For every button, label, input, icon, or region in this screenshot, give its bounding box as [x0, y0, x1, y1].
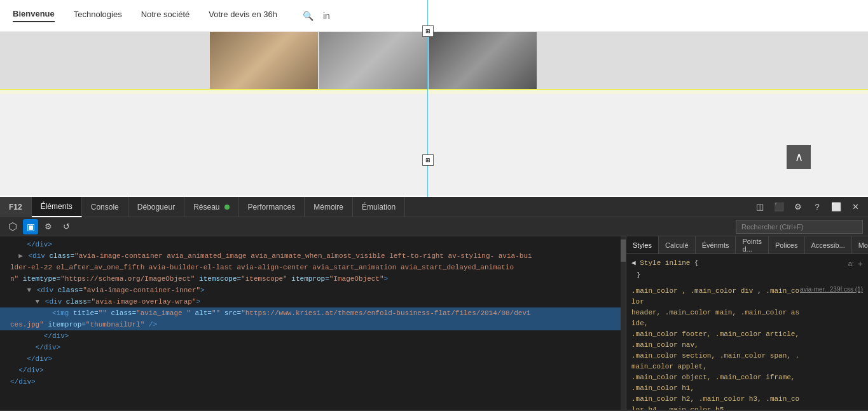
scrollbar-thumb[interactable] — [621, 239, 626, 262]
nav-notre-societe[interactable]: Notre société — [141, 10, 190, 22]
resize-handle-middle[interactable]: ⊞ — [422, 154, 434, 166]
styles-tab-calculated[interactable]: Calculé — [659, 236, 696, 253]
devtools-inspect-icon[interactable]: ⬛ — [771, 199, 787, 215]
styles-tab-points[interactable]: Points d... — [736, 236, 769, 253]
scrollbar-track — [621, 236, 626, 410]
linkedin-icon[interactable]: in — [323, 11, 330, 21]
tab-performances[interactable]: Performances — [239, 197, 305, 217]
add-style-btn[interactable]: + — [858, 259, 863, 269]
resize-handle-top[interactable]: ⊞ — [422, 25, 434, 37]
style-rule-1-source[interactable]: avia-mer...239f.css (1) — [800, 286, 863, 293]
styles-tab-styles[interactable]: Styles — [626, 236, 659, 253]
settings-tool-btn[interactable]: ⚙ — [41, 219, 56, 234]
site-navigation: Bienvenue Technologies Notre société Vot… — [0, 0, 868, 32]
html-panel[interactable]: </div> ▶ <div class="avia-image-containe… — [0, 236, 626, 410]
network-indicator — [224, 205, 230, 210]
image-1 — [210, 32, 318, 89]
html-line: </div> — [0, 342, 626, 353]
yellow-separator — [0, 89, 868, 94]
box-tool-btn[interactable]: ▣ — [23, 219, 38, 234]
styles-tab-fonts[interactable]: Polices — [769, 236, 804, 253]
tab-memory[interactable]: Mémoire — [305, 197, 353, 217]
nav-bienvenue[interactable]: Bienvenue — [13, 9, 55, 22]
image-3 — [429, 32, 537, 89]
devtools-secondary-toolbar: ⬡ ▣ ⚙ ↺ — [0, 217, 868, 236]
styles-tab-modified[interactable]: Modifiés — [852, 236, 868, 253]
inline-style-open: ◀ Style inline { — [631, 258, 699, 269]
tab-f12[interactable]: F12 — [0, 197, 32, 217]
nav-devis[interactable]: Votre devis en 36h — [209, 10, 277, 22]
style-rule-1-selector: .main_color , .main_color div , .main_co… — [631, 286, 800, 410]
tab-network[interactable]: Réseau — [184, 197, 238, 217]
devtools-settings-icon[interactable]: ⚙ — [790, 199, 806, 215]
styles-tabs: Styles Calculé Événmts Points d... Polic… — [626, 236, 868, 254]
devtools-more-icon[interactable]: ⬜ — [829, 199, 844, 215]
inline-style-header: ◀ Style inline { a: + — [631, 258, 863, 269]
styles-panel: Styles Calculé Événmts Points d... Polic… — [626, 236, 868, 410]
devtools-search-input[interactable] — [736, 220, 863, 234]
style-rule-1-section: .main_color , .main_color div , .main_co… — [631, 286, 863, 410]
devtools-main-content: </div> ▶ <div class="avia-image-containe… — [0, 236, 868, 410]
html-line-selected[interactable]: <img title="" class="avia_image " alt=""… — [0, 307, 626, 319]
devtools-toolbar: F12 Éléments Console Débogueur Réseau Pe… — [0, 197, 868, 217]
html-line: ▼ <div class="avia-image-overlay-wrap"> — [0, 296, 626, 307]
nav-technologies[interactable]: Technologies — [74, 10, 122, 22]
html-line: lder-el-22 el_after_av_one_fifth avia-bu… — [0, 262, 626, 273]
html-line: </div> — [0, 239, 626, 250]
styles-tab-events[interactable]: Événmts — [696, 236, 736, 253]
devtools-close-icon[interactable]: ✕ — [848, 199, 863, 215]
devtools-toolbar-right: ◫ ⬛ ⚙ ? ⬜ ✕ — [752, 199, 868, 215]
style-a-colon: a: — [848, 260, 854, 267]
nav-icons: 🔍 in — [303, 11, 330, 21]
tab-console[interactable]: Console — [82, 197, 128, 217]
html-line: n" itemtype="https://schema.org/ImageObj… — [0, 273, 626, 285]
styles-content: ◀ Style inline { a: + } .main_color , .m… — [626, 254, 868, 410]
image-2 — [319, 32, 427, 89]
tab-elements[interactable]: Éléments — [32, 197, 82, 217]
html-line: ▶ <div class="avia-image-container avia_… — [0, 250, 626, 262]
html-line: </div> — [0, 330, 626, 342]
html-line: </div> — [0, 353, 626, 365]
refresh-tool-btn[interactable]: ↺ — [59, 219, 74, 234]
html-line: ▼ <div class="avia-image-container-inner… — [0, 285, 626, 296]
inline-style-close: } — [631, 270, 863, 281]
search-icon[interactable]: 🔍 — [303, 11, 313, 21]
tab-debugger[interactable]: Débogueur — [128, 197, 184, 217]
devtools-dock-icon[interactable]: ◫ — [752, 199, 768, 215]
html-line-selected-2[interactable]: ces.jpg" itemprop="thumbnailUrl" /> — [0, 319, 626, 330]
devtools-help-icon[interactable]: ? — [809, 199, 825, 215]
html-line: </div> — [0, 365, 626, 376]
website-preview: Bienvenue Technologies Notre société Vot… — [0, 0, 868, 197]
html-line: </div> — [0, 376, 626, 387]
cursor-tool-btn[interactable]: ⬡ — [5, 219, 20, 234]
tab-emulation[interactable]: Émulation — [353, 197, 405, 217]
inline-style-section: ◀ Style inline { a: + } — [631, 258, 863, 281]
scroll-to-top-button[interactable]: ∧ — [787, 145, 811, 169]
devtools-panel: F12 Éléments Console Débogueur Réseau Pe… — [0, 197, 868, 411]
styles-tab-accessibility[interactable]: Accessib... — [805, 236, 852, 253]
images-row: ⊞ — [0, 32, 868, 89]
gray-content-area: ⊞ ∧ — [0, 94, 868, 196]
